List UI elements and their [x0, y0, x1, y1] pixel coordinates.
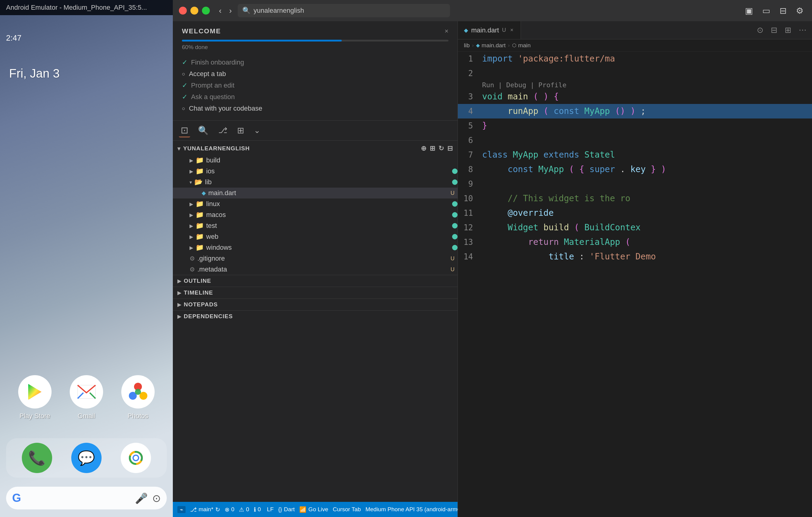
- phone-dock-app[interactable]: 📞: [22, 443, 52, 473]
- fullscreen-traffic-light[interactable]: [202, 7, 210, 14]
- checklist-finish-onboarding[interactable]: ✓ Finish onboarding: [182, 57, 448, 68]
- code-editor[interactable]: 1 import 'package:flutter/ma 2 Run |: [458, 52, 812, 517]
- notepads-section[interactable]: ▶ NOTEPADS: [173, 299, 458, 310]
- new-folder-icon[interactable]: ⊞: [430, 145, 435, 152]
- checklist-label-2: Accept a tab: [189, 70, 226, 78]
- play-store-logo: [26, 383, 44, 401]
- bracket-icon: {}: [278, 506, 282, 513]
- settings-button[interactable]: ⚙: [793, 4, 806, 17]
- toggle-panel-button[interactable]: ▭: [760, 4, 773, 17]
- refresh-icon[interactable]: ↻: [438, 145, 444, 152]
- web-label: web: [206, 233, 218, 241]
- info-status[interactable]: ℹ 0: [254, 506, 261, 513]
- more-tab-action[interactable]: ⋯: [796, 24, 809, 36]
- tree-item-macos[interactable]: ▶ 📁 macos: [173, 209, 458, 220]
- code-line-11: 11 @override: [458, 206, 812, 220]
- brace-5: }: [482, 121, 487, 131]
- main-content: WELCOME × 60% done ✓ Finish onboarding ○…: [173, 21, 812, 517]
- gmail-app[interactable]: Gmail: [70, 375, 103, 420]
- checklist-accept-tab[interactable]: ○ Accept a tab: [182, 68, 448, 80]
- cursor-status[interactable]: Cursor Tab: [333, 506, 361, 513]
- search-tab-button[interactable]: 🔍: [196, 124, 210, 137]
- line-num-2: 2: [458, 69, 482, 78]
- outline-section[interactable]: ▶ OUTLINE: [173, 275, 458, 287]
- debug-label[interactable]: Debug: [506, 81, 526, 89]
- forward-button[interactable]: ›: [228, 4, 233, 17]
- chrome-dock-app[interactable]: [121, 443, 151, 473]
- toggle-sidebar-button[interactable]: ▣: [743, 4, 755, 17]
- tree-item-linux[interactable]: ▶ 📁 linux: [173, 199, 458, 209]
- tab-bar-actions: ⊙ ⊟ ⊞ ⋯: [751, 21, 812, 39]
- info-icon: ℹ: [254, 506, 256, 513]
- copilot-tab-action[interactable]: ⊙: [754, 24, 766, 36]
- tree-item-windows[interactable]: ▶ 📁 windows: [173, 242, 458, 253]
- breadcrumb-main-dart[interactable]: ◆ main.dart: [476, 42, 505, 49]
- collapse-all-icon[interactable]: ⊟: [447, 145, 453, 152]
- project-name: YUNALEARNENGLISH: [183, 145, 250, 152]
- tree-item-build[interactable]: ▶ 📁 build: [173, 155, 458, 166]
- code-content-3: void main ( ) {: [482, 90, 812, 103]
- tree-item-lib[interactable]: ▾ 📂 lib: [173, 177, 458, 188]
- photos-app[interactable]: Photos: [121, 375, 155, 420]
- ios-label: ios: [206, 167, 215, 175]
- breadcrumb-lib[interactable]: lib: [464, 42, 470, 49]
- dependencies-section[interactable]: ▶ DEPENDENCIES: [173, 310, 458, 322]
- branch-status[interactable]: ⎇ main* ↻: [190, 506, 220, 513]
- checklist-chat-codebase[interactable]: ○ Chat with your codebase: [182, 103, 448, 114]
- play-store-icon-circle: [18, 375, 52, 408]
- breadcrumb-main[interactable]: ⬡ main: [512, 42, 531, 49]
- back-button[interactable]: ‹: [218, 4, 223, 17]
- mic-icon[interactable]: 🎤: [135, 492, 148, 504]
- warnings-status[interactable]: ⚠ 0: [239, 506, 249, 513]
- google-search-bar[interactable]: G 🎤 ⊙: [6, 487, 167, 510]
- new-file-icon[interactable]: ⊕: [421, 145, 427, 152]
- lens-icon[interactable]: ⊙: [152, 492, 161, 504]
- tree-item-gitignore[interactable]: ⚙ .gitignore U: [173, 253, 458, 264]
- address-bar-text: yunalearnenglish: [254, 7, 304, 14]
- tab-close-button[interactable]: ×: [509, 26, 515, 34]
- split-tab-action[interactable]: ⊞: [782, 24, 794, 36]
- run-label[interactable]: Run: [482, 81, 494, 89]
- code-line-3: 3 void main ( ) {: [458, 89, 812, 104]
- traffic-lights: [179, 7, 210, 14]
- diff-tab-action[interactable]: ⊟: [768, 24, 780, 36]
- line-ending-status[interactable]: LF: [267, 506, 273, 513]
- tree-item-ios[interactable]: ▶ 📁 ios: [173, 166, 458, 177]
- play-store-app[interactable]: Play Store: [18, 375, 52, 420]
- macos-arrow: ▶: [190, 212, 193, 218]
- extensions-tab-button[interactable]: ⊞: [235, 124, 246, 137]
- address-bar[interactable]: 🔍 yunalearnenglish: [238, 4, 450, 17]
- errors-status[interactable]: ⊗ 0: [225, 506, 235, 513]
- tree-item-test[interactable]: ▶ 📁 test: [173, 220, 458, 231]
- tree-item-metadata[interactable]: ⚙ .metadata U: [173, 264, 458, 275]
- more-tabs-button[interactable]: ⌄: [252, 125, 262, 136]
- project-root-header[interactable]: ▾ YUNALEARNENGLISH ⊕ ⊞ ↻ ⊟: [173, 142, 458, 155]
- messages-dock-app[interactable]: 💬: [71, 443, 102, 473]
- close-traffic-light[interactable]: [179, 7, 187, 14]
- extends-kw: extends: [543, 150, 579, 160]
- language-status[interactable]: {} Dart: [278, 506, 295, 513]
- tree-item-main-dart[interactable]: ◆ main.dart U: [173, 188, 458, 199]
- explorer-tab-button[interactable]: ⊡: [179, 124, 190, 137]
- toggle-layout-button[interactable]: ⊟: [777, 4, 789, 17]
- myapp-class-7: MyApp: [513, 150, 538, 160]
- timeline-label: TIMELINE: [184, 290, 213, 296]
- tree-item-gitignore-left: ⚙ .gitignore: [190, 254, 225, 263]
- checklist-prompt-edit[interactable]: ✓ Prompt an edit: [182, 80, 448, 91]
- minimize-traffic-light[interactable]: [191, 7, 198, 14]
- profile-label[interactable]: Profile: [538, 81, 567, 89]
- remote-button[interactable]: ⌁: [177, 506, 185, 513]
- tree-item-web[interactable]: ▶ 📁 web: [173, 231, 458, 242]
- paren-13: (: [625, 237, 630, 247]
- source-control-tab-button[interactable]: ⎇: [216, 125, 229, 136]
- main-dart-tab[interactable]: ◆ main.dart U ×: [458, 21, 521, 39]
- lib-arrow: ▾: [190, 179, 192, 185]
- timeline-section[interactable]: ▶ TIMELINE: [173, 287, 458, 299]
- welcome-close-button[interactable]: ×: [444, 27, 448, 35]
- explorer-toolbar: ⊡ 🔍 ⎇ ⊞ ⌄: [173, 121, 458, 141]
- code-content-11: @override: [482, 206, 812, 220]
- progress-bar-fill: [182, 40, 342, 41]
- checklist-ask-question[interactable]: ✓ Ask a question: [182, 91, 448, 103]
- paren-3b: ): [543, 92, 549, 101]
- go-live-status[interactable]: 📶 Go Live: [299, 506, 328, 513]
